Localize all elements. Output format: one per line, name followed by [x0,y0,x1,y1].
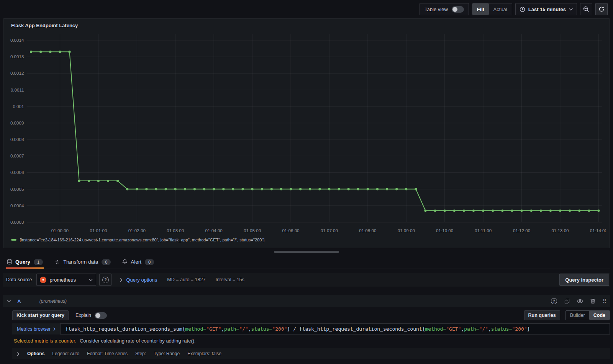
option-summary-item: Exemplars: false [187,351,221,356]
table-view-label: Table view [425,7,448,12]
refresh-button[interactable] [595,3,608,15]
chevron-down-icon [569,8,573,11]
promql-token: "/" [239,326,248,332]
x-tick-label: 01:06:00 [282,228,299,233]
data-point [386,188,388,190]
legend-series-swatch [11,239,16,241]
data-point [511,210,513,212]
tab-transform-count: 0 [102,259,111,265]
pane-resize-handle[interactable] [274,251,339,253]
y-tick-label: 0.0008 [10,137,24,142]
query-collapse-chevron[interactable] [7,300,11,303]
data-point [280,188,282,190]
datasource-help-button[interactable]: ? [99,274,111,286]
promql-query-input[interactable]: flask_http_request_duration_seconds_sum{… [60,323,610,334]
tab-alert-label: Alert [131,259,141,265]
latency-panel: Flask App Endpoint Latency 01:00:0001:01… [3,18,610,248]
y-tick-label: 0.0012 [10,71,24,75]
query-field-row: Metrics browser flask_http_request_durat… [12,323,610,334]
explain-label: Explain [75,313,91,318]
data-point [520,210,523,212]
data-point [193,188,196,190]
duplicate-query-icon[interactable] [564,298,570,304]
builder-button[interactable]: Builder [566,311,589,320]
kick-start-query-button[interactable]: Kick start your query [12,310,69,320]
table-view-toggle[interactable] [452,6,464,13]
query-inspector-button[interactable]: Query inspector [559,274,609,286]
tab-query-label: Query [15,259,30,265]
fill-button[interactable]: Fill [472,3,489,15]
data-point [251,188,253,190]
data-point [424,210,426,212]
query-options-summary: MD = auto = 1827Interval = 15s [167,277,244,282]
chart-legend: {instance="ec2-184-169-216-224.us-west-1… [7,237,606,242]
query-datasource-hint: (prometheus) [39,298,67,304]
option-summary-item: Format: Time series [87,351,128,356]
tab-transform-data[interactable]: Transform data 0 [54,255,111,269]
delete-query-trash-icon[interactable] [590,298,595,304]
options-label[interactable]: Options [27,351,44,356]
promql-token: "/" [479,326,488,332]
y-tick-label: 0.001 [13,104,24,109]
fill-actual-group: Fill Actual [472,3,512,15]
code-button[interactable]: Code [589,311,610,320]
data-point [482,210,484,212]
data-point [59,51,61,53]
query-help-icon[interactable]: ? [551,298,557,304]
data-point [68,51,70,53]
actual-button[interactable]: Actual [489,3,512,15]
query-ref-id[interactable]: A [17,298,21,304]
options-collapse-chevron[interactable] [17,352,20,356]
data-point [30,51,32,53]
data-point [232,188,234,190]
data-point [213,188,215,190]
chevron-down-icon [89,279,93,281]
data-point [588,210,590,212]
y-tick-label: 0.0007 [10,154,24,158]
tab-alert-count: 0 [145,259,154,265]
hide-query-eye-icon[interactable] [577,299,583,303]
drag-handle-icon[interactable]: ⠿ [603,298,606,304]
datasource-label: Data source [6,277,36,282]
metrics-browser-toggle[interactable]: Metrics browser [12,323,60,334]
query-options-toggle[interactable]: Query options [120,277,157,283]
query-row-actions: ? ⠿ [551,298,606,304]
x-tick-label: 01:10:00 [436,228,453,233]
data-point [203,188,205,190]
split-handle-row [0,248,613,255]
data-point [453,210,456,212]
promql-token: } / flask_http_request_duration_seconds_… [287,326,425,332]
toggle-knob [95,313,100,318]
latency-chart-svg[interactable]: 01:00:0001:01:0001:02:0001:03:0001:04:00… [7,30,606,237]
datasource-select[interactable]: prometheus [36,274,96,286]
editor-toolbar-row: Kick start your query Explain Run querie… [12,310,610,320]
data-point [222,188,225,190]
data-point [165,188,167,190]
x-tick-label: 01:05:00 [244,228,261,233]
data-point [405,188,407,190]
data-point [241,188,244,190]
data-point [376,188,379,190]
y-tick-label: 0.0005 [10,187,24,192]
data-point [184,188,186,190]
tab-alert[interactable]: Alert 0 [121,255,155,269]
data-point [472,210,475,212]
legend-series-label[interactable]: {instance="ec2-184-169-216-224.us-west-1… [20,238,265,242]
x-tick-label: 01:12:00 [513,228,530,233]
time-range-picker[interactable]: Last 15 minutes [515,3,577,15]
x-tick-label: 01:03:00 [167,228,184,233]
explain-toggle[interactable] [95,312,107,319]
warning-rate-link[interactable]: Consider calculating rate of counter by … [80,338,196,344]
run-queries-button[interactable]: Run queries [524,310,560,320]
tab-query[interactable]: Query 1 [6,255,44,269]
clock-icon [520,7,525,12]
data-point [299,188,302,190]
data-point [309,188,311,190]
builder-code-switch: Builder Code [565,310,610,320]
query-options-row: Options Legend: AutoFormat: Time seriesS… [12,348,610,359]
data-point [270,188,273,190]
x-tick-label: 01:02:00 [128,228,146,233]
y-tick-label: 0.0004 [10,203,24,208]
datasource-row: Data source prometheus ? Query options M… [3,273,610,287]
zoom-out-button[interactable] [580,3,592,15]
